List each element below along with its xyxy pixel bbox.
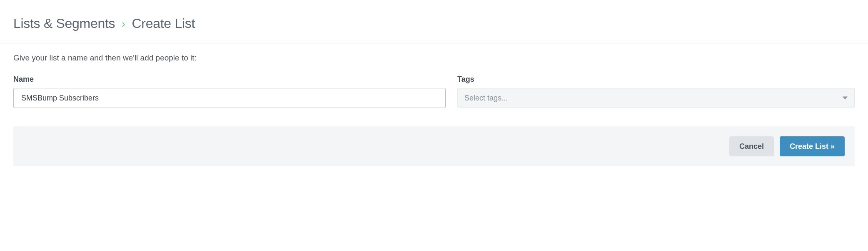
name-field-group: Name bbox=[13, 75, 446, 108]
tags-select[interactable]: Select tags... bbox=[457, 88, 855, 108]
tags-placeholder: Select tags... bbox=[464, 94, 508, 103]
content-area: Give your list a name and then we'll add… bbox=[0, 43, 868, 108]
instruction-text: Give your list a name and then we'll add… bbox=[13, 53, 855, 63]
form-row: Name Tags Select tags... bbox=[13, 75, 855, 108]
chevron-right-icon: › bbox=[122, 18, 125, 29]
breadcrumb: Lists & Segments › Create List bbox=[13, 16, 855, 31]
name-input[interactable] bbox=[13, 88, 446, 108]
name-label: Name bbox=[13, 75, 446, 84]
tags-label: Tags bbox=[457, 75, 855, 84]
cancel-button[interactable]: Cancel bbox=[729, 136, 774, 156]
tags-field-group: Tags Select tags... bbox=[457, 75, 855, 108]
action-bar: Cancel Create List » bbox=[13, 126, 855, 166]
page-header: Lists & Segments › Create List bbox=[0, 0, 868, 43]
breadcrumb-parent-link[interactable]: Lists & Segments bbox=[13, 16, 115, 31]
breadcrumb-current: Create List bbox=[132, 16, 195, 31]
create-list-button[interactable]: Create List » bbox=[780, 136, 845, 156]
caret-down-icon bbox=[843, 97, 848, 100]
